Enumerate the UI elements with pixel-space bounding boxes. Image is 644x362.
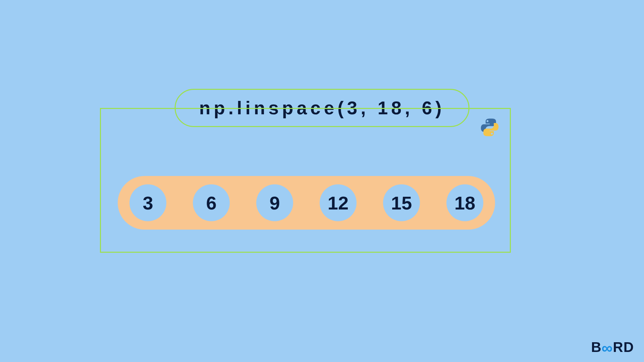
value-circle: 6 xyxy=(193,184,230,221)
value-circle: 9 xyxy=(256,184,293,221)
diagram-frame: 3 6 9 12 15 18 xyxy=(100,108,511,253)
value-circle: 3 xyxy=(129,184,166,221)
python-icon xyxy=(480,117,500,137)
brand-logo: B∞RD xyxy=(591,339,634,355)
array-output-pill: 3 6 9 12 15 18 xyxy=(118,176,495,230)
brand-letters-rd: RD xyxy=(613,339,634,355)
value-circle: 15 xyxy=(383,184,420,221)
brand-letter-b: B xyxy=(591,339,601,355)
infinity-icon: ∞ xyxy=(602,340,613,356)
value-circle: 18 xyxy=(446,184,483,221)
value-circle: 12 xyxy=(320,184,357,221)
